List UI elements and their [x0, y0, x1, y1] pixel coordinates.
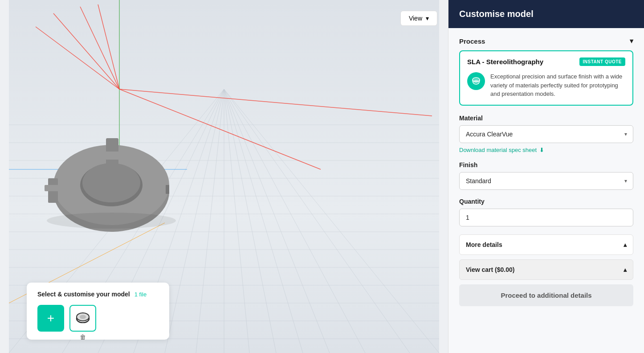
model-select-panel: Select & customise your model 1 file + 🗑 [27, 283, 169, 340]
process-description-text: Exceptional precision and surface finish… [490, 72, 625, 99]
model-icons-row: + 🗑 [37, 305, 159, 332]
panel-body: Process ▾ SLA - Stereolithography INSTAN… [448, 28, 644, 353]
view-button[interactable]: View ▾ [400, 11, 437, 26]
model-thumb-icon [76, 311, 90, 326]
quantity-field: Quantity [459, 198, 633, 226]
material-label: Material [459, 115, 633, 122]
view-cart-chevron-icon: ▴ [624, 266, 627, 273]
svg-point-50 [80, 315, 86, 319]
finish-field: Finish Standard Glossy Matte ▾ [459, 161, 633, 190]
quantity-input[interactable] [459, 209, 633, 226]
material-select[interactable]: Accura ClearVue Accura 25 Accura 60 Wate… [459, 125, 633, 143]
3d-viewport[interactable]: View ▾ Select & customise your model 1 f… [0, 0, 448, 353]
svg-rect-46 [45, 185, 60, 191]
material-field: Material Accura ClearVue Accura 25 Accur… [459, 115, 633, 143]
svg-point-47 [47, 213, 176, 229]
view-cart-label: View cart ($0.00) [466, 266, 514, 273]
process-name: SLA - Stereolithography [467, 58, 543, 66]
more-details-button[interactable]: More details ▴ [459, 234, 633, 255]
panel-title: Customise model [459, 9, 534, 19]
process-section: Process ▾ [459, 37, 633, 45]
panel-header: Customise model [448, 0, 644, 28]
process-icon [467, 72, 485, 90]
view-cart-button[interactable]: View cart ($0.00) ▴ [459, 259, 633, 280]
more-details-label: More details [466, 241, 502, 248]
more-details-chevron-icon: ▴ [624, 241, 627, 248]
panel-title: Select & customise your model [37, 291, 130, 298]
svg-rect-42 [166, 185, 169, 194]
process-label: Process [459, 37, 485, 45]
finish-select-wrapper: Standard Glossy Matte ▾ [459, 172, 633, 190]
panel-title-row: Select & customise your model 1 file [37, 291, 159, 298]
process-card[interactable]: SLA - Stereolithography INSTANT QUOTE Ex… [459, 50, 633, 106]
proceed-button[interactable]: Proceed to additional details [459, 284, 633, 306]
file-count: 1 file [135, 291, 147, 298]
finish-select[interactable]: Standard Glossy Matte [459, 172, 633, 190]
right-panel: Customise model Process ▾ SLA - Stereoli… [448, 0, 644, 353]
model-thumbnail[interactable]: 🗑 [69, 305, 96, 332]
svg-rect-44 [102, 152, 123, 160]
instant-quote-badge: INSTANT QUOTE [579, 57, 625, 66]
process-card-header: SLA - Stereolithography INSTANT QUOTE [467, 57, 625, 66]
process-description: Exceptional precision and surface finish… [467, 72, 625, 99]
download-link-text: Download material spec sheet [459, 147, 537, 153]
download-link[interactable]: Download material spec sheet ⬇ [459, 147, 633, 153]
quantity-label: Quantity [459, 198, 633, 205]
proceed-label: Proceed to additional details [501, 291, 591, 299]
process-collapse-icon[interactable]: ▾ [630, 37, 633, 45]
view-button-label: View [409, 15, 422, 22]
plus-icon: + [47, 311, 54, 325]
finish-label: Finish [459, 161, 633, 168]
delete-icon[interactable]: 🗑 [80, 333, 86, 341]
download-icon: ⬇ [539, 147, 544, 153]
add-model-button[interactable]: + [37, 305, 64, 332]
svg-point-52 [474, 80, 478, 82]
chevron-down-icon: ▾ [426, 15, 429, 22]
material-select-wrapper: Accura ClearVue Accura 25 Accura 60 Wate… [459, 125, 633, 143]
